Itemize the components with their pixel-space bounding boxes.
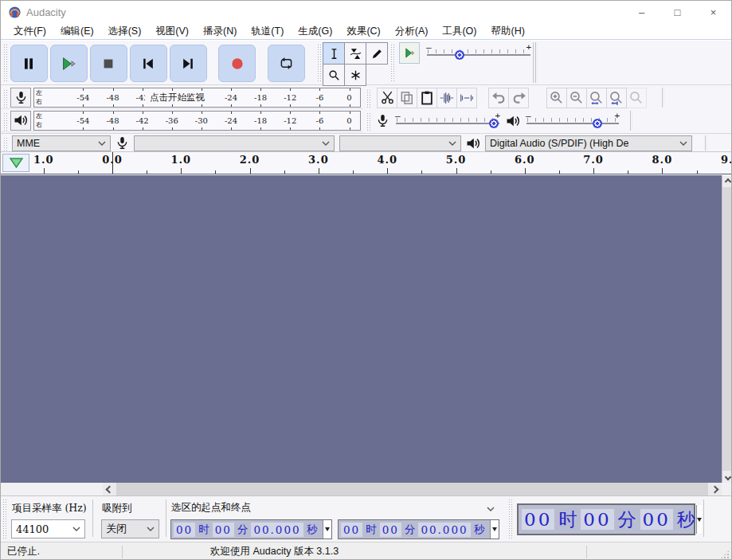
audio-position-display[interactable]: 00 时 00 分 00 秒 bbox=[517, 503, 695, 535]
project-rate-select[interactable]: 44100 bbox=[11, 519, 85, 538]
record-volume-slider[interactable]: – + bbox=[393, 111, 502, 132]
selection-toolbar-grabber[interactable] bbox=[2, 499, 7, 538]
zoom-toggle-button[interactable] bbox=[626, 88, 647, 108]
playback-volume-thumb[interactable] bbox=[593, 119, 602, 128]
end-seconds[interactable]: 00.000 bbox=[418, 523, 470, 537]
zoom-out-button[interactable] bbox=[566, 88, 587, 108]
timeline-label: 3.0 bbox=[308, 154, 329, 166]
draw-tool-button[interactable] bbox=[366, 42, 388, 65]
stop-button[interactable] bbox=[90, 45, 127, 82]
selection-start-time[interactable]: 00 时 00 分 00.000 秒 bbox=[170, 519, 332, 539]
menu-item-select[interactable]: 选择(S) bbox=[101, 23, 149, 40]
copy-button[interactable] bbox=[397, 88, 417, 108]
time-format-dropdown[interactable] bbox=[323, 520, 331, 538]
zoom-tool-button[interactable] bbox=[323, 64, 345, 86]
horizontal-scrollbar-track[interactable] bbox=[116, 483, 708, 495]
end-hours[interactable]: 00 bbox=[341, 523, 362, 537]
selection-end-time[interactable]: 00 时 00 分 00.000 秒 bbox=[338, 519, 499, 539]
play-at-speed-button[interactable] bbox=[399, 42, 420, 64]
record-button[interactable] bbox=[218, 45, 256, 82]
play-speed-slider[interactable]: – + bbox=[425, 42, 533, 64]
silence-selection-button[interactable] bbox=[456, 88, 477, 108]
edit-toolbar-grabber[interactable] bbox=[366, 88, 371, 108]
start-hours[interactable]: 00 bbox=[174, 523, 195, 537]
redo-button[interactable] bbox=[508, 88, 529, 108]
time-toolbar-grabber[interactable] bbox=[507, 499, 513, 538]
zoom-in-button[interactable] bbox=[546, 88, 567, 108]
position-seconds[interactable]: 00 bbox=[640, 509, 673, 530]
cut-button[interactable] bbox=[377, 88, 397, 108]
fit-project-button[interactable] bbox=[606, 88, 627, 108]
menu-item-file[interactable]: 文件(F) bbox=[6, 23, 53, 40]
resize-grip[interactable] bbox=[720, 550, 730, 559]
close-button[interactable]: × bbox=[695, 1, 731, 23]
seconds-unit-label: 秒 bbox=[474, 523, 485, 537]
recording-channels-select[interactable] bbox=[339, 135, 461, 151]
position-hours[interactable]: 00 bbox=[522, 509, 554, 530]
minimize-button[interactable]: – bbox=[624, 1, 660, 23]
playback-volume-slider[interactable]: – + bbox=[524, 111, 621, 132]
start-seconds[interactable]: 00.000 bbox=[251, 523, 303, 537]
monitor-hint-label[interactable]: 点击开始监视 bbox=[145, 92, 209, 104]
menu-item-view[interactable]: 视图(V) bbox=[148, 23, 196, 40]
selection-range-select[interactable]: 选区的起点和终点 bbox=[171, 499, 499, 515]
menu-item-tracks[interactable]: 轨道(T) bbox=[244, 23, 291, 40]
playback-meter-grabber[interactable] bbox=[2, 112, 8, 131]
device-toolbar: MME Digital Audio (S/PDIF) (High De bbox=[1, 133, 731, 152]
titlebar: Audacity – □ × bbox=[1, 1, 731, 23]
track-area[interactable] bbox=[1, 175, 722, 483]
playback-meter-speaker-button[interactable] bbox=[10, 111, 31, 131]
recording-meter[interactable]: 左 右 -54-48-42-36-30-24-18-12-60 点击开始监视 bbox=[33, 88, 361, 108]
maximize-button[interactable]: □ bbox=[660, 1, 695, 23]
snap-to-select[interactable]: 关闭 bbox=[101, 519, 159, 538]
play-speed-slider-thumb[interactable] bbox=[455, 50, 464, 60]
play-at-speed-grabber[interactable] bbox=[389, 43, 395, 82]
scroll-left-button[interactable] bbox=[103, 483, 116, 495]
end-minutes[interactable]: 00 bbox=[380, 523, 401, 537]
meter-scale-label: -6 bbox=[316, 116, 324, 125]
menu-item-generate[interactable]: 生成(G) bbox=[291, 23, 339, 40]
envelope-tool-button[interactable] bbox=[344, 42, 366, 65]
scroll-up-button[interactable] bbox=[722, 175, 732, 187]
time-format-dropdown[interactable] bbox=[696, 505, 702, 534]
snap-to-label: 吸附到 bbox=[102, 502, 132, 515]
recording-device-select[interactable] bbox=[134, 135, 335, 151]
tools-toolbar-grabber[interactable] bbox=[316, 43, 322, 82]
selection-tool-button[interactable] bbox=[323, 42, 345, 65]
menu-item-help[interactable]: 帮助(H) bbox=[483, 23, 531, 40]
recording-meter-mic-button[interactable] bbox=[10, 88, 31, 108]
skip-to-end-button[interactable] bbox=[170, 45, 207, 82]
playback-meter[interactable]: 左 右 -54-48-42-36-30-24-18-12-60 bbox=[33, 111, 361, 131]
audio-host-select[interactable]: MME bbox=[12, 135, 111, 151]
record-volume-thumb[interactable] bbox=[489, 119, 499, 128]
edit-cursor-line bbox=[112, 152, 113, 174]
slider-track bbox=[396, 123, 499, 124]
pause-button[interactable] bbox=[10, 45, 48, 82]
play-button[interactable] bbox=[50, 45, 88, 82]
paste-button[interactable] bbox=[417, 88, 437, 108]
vertical-scrollbar[interactable] bbox=[722, 175, 732, 483]
scroll-down-button[interactable] bbox=[722, 471, 732, 483]
recording-meter-grabber[interactable] bbox=[2, 88, 8, 108]
menu-item-transport[interactable]: 播录(N) bbox=[196, 23, 244, 40]
skip-to-start-button[interactable] bbox=[130, 45, 167, 82]
transport-toolbar-grabber[interactable] bbox=[2, 43, 8, 82]
fit-selection-button[interactable] bbox=[586, 88, 607, 108]
timeline-ruler[interactable]: 1.00.01.02.03.04.05.06.07.08.09.0 bbox=[1, 152, 731, 174]
undo-button[interactable] bbox=[488, 88, 509, 108]
scroll-right-button[interactable] bbox=[708, 483, 722, 495]
menu-item-edit[interactable]: 编辑(E) bbox=[53, 23, 101, 40]
menu-item-analyze[interactable]: 分析(A) bbox=[388, 23, 436, 40]
position-minutes[interactable]: 00 bbox=[581, 509, 613, 530]
mixer-toolbar-grabber[interactable] bbox=[366, 112, 371, 131]
device-toolbar-grabber[interactable] bbox=[2, 136, 8, 152]
chevron-up-icon bbox=[724, 178, 730, 184]
start-minutes[interactable]: 00 bbox=[213, 523, 234, 537]
loop-button[interactable] bbox=[268, 45, 305, 82]
time-format-dropdown[interactable] bbox=[490, 520, 499, 538]
trim-outside-selection-button[interactable] bbox=[436, 88, 457, 108]
menu-item-tools[interactable]: 工具(O) bbox=[435, 23, 483, 40]
menu-item-effect[interactable]: 效果(C) bbox=[339, 23, 387, 40]
multi-tool-button[interactable] bbox=[344, 64, 366, 86]
playback-device-select[interactable]: Digital Audio (S/PDIF) (High De bbox=[485, 135, 692, 151]
